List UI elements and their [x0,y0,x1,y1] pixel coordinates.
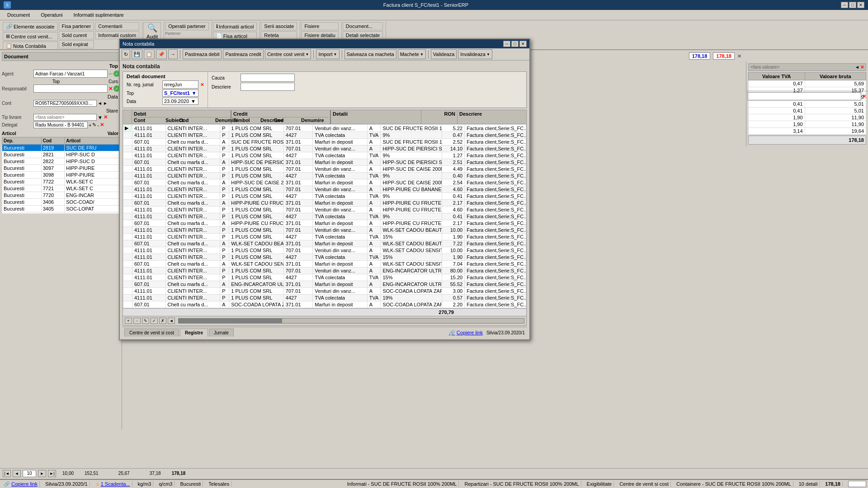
cont-arrow2[interactable]: ► [103,101,108,106]
table-row[interactable]: 4111.01 CLIENTI INTER... P 1 PLUS COM SR… [123,267,526,274]
table-row[interactable]: 607.01 Chelt cu marfa d... A HIPP-SUC DE… [123,179,526,186]
btn-elemente-asociate[interactable]: 🔗 Elemente asociate [3,22,58,31]
responsabil-clear-icon[interactable]: ✕ [108,86,113,92]
agent-input[interactable] [33,70,108,78]
modal-close-button[interactable]: ✕ [519,41,527,47]
cont-arrow1[interactable]: ◄ [98,101,102,106]
table-row[interactable]: 607.01 Chelt cu marfa d... A HIPP-PIURE … [123,200,526,206]
paste-button[interactable]: 📌 [156,49,167,59]
delegat-edit-icon[interactable]: ✎ [92,122,96,128]
btn-fisiere[interactable]: Fisiere [301,22,338,30]
nav-prev-button[interactable]: ◄ [13,470,21,477]
btn-serii-asociate[interactable]: Serii asociate [261,22,297,30]
cancel-row-button[interactable]: ✗ [159,318,166,324]
cauza-input[interactable] [241,74,295,82]
tab-centre[interactable]: Centre de venit si cost [124,328,179,337]
delegat-add-icon[interactable]: + [89,122,91,128]
btn-sold-expirat[interactable]: Sold expirat [59,40,94,48]
btn-fisa-partener[interactable]: Fisa partener [59,22,94,30]
btn-audit[interactable]: 🔍 Audit [143,22,161,40]
valideaza-button[interactable]: Valideaza [431,49,457,59]
btn-informatii-articol[interactable]: ℹ Informatii articol [213,22,257,31]
table-row[interactable]: 4111.01 CLIENTI INTER... P 1 PLUS COM SR… [123,274,526,281]
second-right-input[interactable] [748,92,861,100]
close-button[interactable]: ✕ [857,2,864,8]
nav-count-input[interactable] [23,470,36,477]
responsabil-input[interactable] [33,84,108,93]
salveaza-macheta-button[interactable]: Salveaza ca macheta [344,49,396,59]
modal-maximize-button[interactable]: □ [511,41,519,47]
nr-reg-input[interactable] [162,80,198,89]
btn-comentarii[interactable]: Comentarii [95,22,139,30]
table-row[interactable]: 4111.01 CLIENTI INTER... P 1 PLUS COM SR… [123,173,526,179]
btn-nota-contabila[interactable]: 📋 Nota Contabila [3,42,58,50]
add-row-button[interactable]: + [125,318,132,324]
modal-minimize-button[interactable]: ─ [503,41,510,47]
table-row[interactable]: 4111.01 CLIENTI INTER... P 1 PLUS COM SR… [123,166,526,173]
table-row[interactable]: 607.01 Chelt cu marfa d... A WLK-SET CAD… [123,261,526,267]
save-button[interactable]: 💾 [132,49,142,59]
bottom-scadenta-link[interactable]: 1 Scadenta... [101,481,130,487]
menu-operatuni[interactable]: Operatuni [35,11,68,19]
menu-document[interactable]: Document [2,11,35,19]
tip-livrare-dropdown-icon[interactable]: ▼ [98,115,103,120]
table-row[interactable]: 607.01 Chelt cu marfa d... A SOC-COADA L… [123,301,526,308]
nav-row-button[interactable]: ◄ [168,318,175,324]
agent-browse-icon[interactable]: ··· [108,71,113,76]
top-combo-icon[interactable]: ▼ [192,90,197,96]
table-row[interactable]: 607.01 Chelt cu marfa d... A ENG-INCARCA… [123,281,526,288]
remove-row-button[interactable]: - [133,318,141,324]
copy-button[interactable]: 📋 [144,49,155,59]
centre-cost-venit-button[interactable]: Centre cost venit ▼ [265,49,311,59]
table-row[interactable]: 4111.01 CLIENTI INTER... P 1 PLUS COM SR… [123,247,526,254]
btn-centre-cost[interactable]: ⊞ Centre cost venit... [3,32,58,41]
table-row[interactable]: 4111.01 CLIENTI INTER... P 1 PLUS COM SR… [123,288,526,295]
nav-last-button[interactable]: ►| [48,470,56,477]
articol-row[interactable]: Bucuresti 7720 ENG-INCAR [2,192,120,199]
table-row[interactable]: 4111.01 CLIENTI INTER... P 1 PLUS COM SR… [123,234,526,240]
maximize-button[interactable]: □ [849,2,856,8]
table-row[interactable]: 4111.01 CLIENTI INTER... P 1 PLUS COM SR… [123,152,526,159]
articol-row[interactable] [2,212,120,214]
table-row[interactable]: 607.01 Chelt cu marfa d... A HIPP-SUC DE… [123,159,526,166]
articol-row[interactable]: Bucuresti 2822 HIPP-SUC D [2,158,120,165]
minimize-button[interactable]: ─ [841,2,848,8]
table-row[interactable]: ▶ 4111.01 CLIENTI INTER... P 1 PLUS COM … [123,125,526,132]
nr-reg-clear-icon[interactable]: ✕ [200,82,204,87]
articol-row[interactable]: Bucuresti 3405 SOC-LOPAT [2,206,120,212]
table-row[interactable]: 607.01 Chelt cu marfa d... A SUC DE FRUC… [123,139,526,145]
nav-first-button[interactable]: |◄ [3,470,11,477]
nav-next-button[interactable]: ► [38,470,46,477]
second-right-clear[interactable]: ✕ [862,94,866,99]
menu-informatii[interactable]: Informatii suplimentare [68,11,129,19]
table-row[interactable]: 4111.01 CLIENTI INTER... P 1 PLUS COM SR… [123,206,526,213]
refresh-button[interactable]: ↻ [122,49,130,59]
values-close-icon[interactable]: ✕ [860,65,864,70]
navigate-button[interactable]: → [168,49,178,59]
articol-row[interactable]: Bucuresti 2819 SUC DE FRU [2,145,120,151]
horizontal-scrollbar[interactable] [178,318,524,324]
import-button[interactable]: Import ▼ [316,49,339,59]
articol-row[interactable]: Bucuresti 2821 HIPP-SUC D [2,151,120,158]
invalideaza-button[interactable]: Invalideaza ▼ [458,49,492,59]
articol-row[interactable]: Bucuresti 3098 HIPP-PIURE [2,172,120,178]
btn-sold-curent[interactable]: Sold curent [59,31,94,39]
table-row[interactable]: 607.01 Chelt cu marfa d... A HIPP-PIURE … [123,220,526,227]
table-row[interactable]: 4111.01 CLIENTI INTER... P 1 PLUS COM SR… [123,213,526,220]
btn-document[interactable]: Document... [343,22,383,30]
articol-row[interactable]: Bucuresti 7722 WLK-SET C [2,178,120,185]
descriere-input[interactable] [241,83,295,91]
table-row[interactable]: 4111.01 CLIENTI INTER... P 1 PLUS COM SR… [123,145,526,152]
pastreaza-debit-button[interactable]: Pastreaza debit [183,49,222,59]
top-value-close[interactable]: ✕ [737,53,741,59]
confirm-row-button[interactable]: ✓ [151,318,158,324]
articol-row[interactable]: Bucuresti 3406 SOC-COAD/ [2,199,120,206]
table-row[interactable]: 607.01 Chelt cu marfa d... A WLK-SET CAD… [123,240,526,247]
pastreaza-credit-button[interactable]: Pastreaza credit [223,49,263,59]
bottom-input-field[interactable] [848,481,866,487]
articol-row[interactable]: Bucuresti 3097 HIPP-PIURE [2,165,120,172]
delegat-clear-icon[interactable]: ✕ [100,122,104,128]
machete-button[interactable]: Machete ▼ [398,49,426,59]
tip-livrare-clear-icon[interactable]: ✕ [104,114,108,120]
table-row[interactable]: 4111.01 CLIENTI INTER... P 1 PLUS COM SR… [123,254,526,261]
